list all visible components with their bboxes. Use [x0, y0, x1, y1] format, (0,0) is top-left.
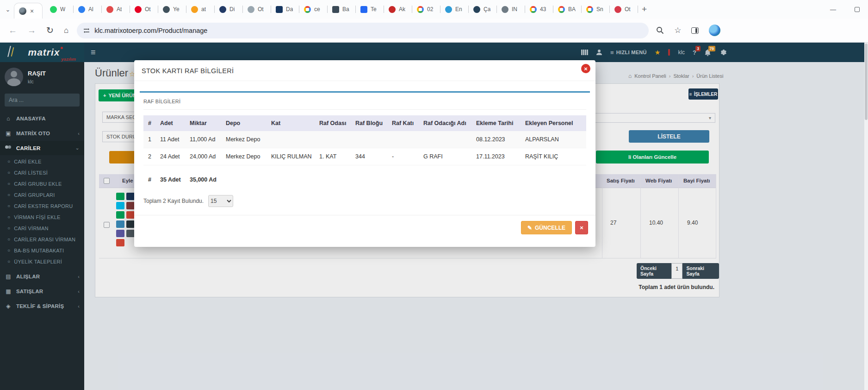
tab-label: Ye — [173, 6, 180, 13]
guncelle-button[interactable]: ✎ GÜNCELLE — [521, 221, 572, 234]
tab-favicon — [502, 6, 508, 13]
table-cell: 24,000 Ad — [187, 148, 223, 165]
browser-tab[interactable]: ce — [299, 0, 328, 19]
column-header-kat: Kat — [268, 115, 316, 131]
refresh-icon[interactable]: ↻ — [46, 25, 54, 36]
tab-close-icon[interactable]: × — [30, 8, 34, 14]
table-cell: G RAFI — [421, 148, 473, 165]
profile-avatar[interactable] — [709, 25, 720, 36]
browser-tab[interactable]: Ye — [158, 0, 186, 19]
browser-tab[interactable]: Ot — [610, 0, 638, 19]
table-cell: Merkez Depo — [223, 131, 268, 148]
tab-favicon — [360, 6, 367, 13]
site-info-icon[interactable] — [83, 27, 90, 34]
records-count-text: Toplam 2 Kayıt Bulundu. — [143, 198, 204, 204]
table-row[interactable]: 111 Adet11,000 AdMerkez Depo08.12.2023AL… — [143, 131, 586, 148]
records-summary: Toplam 2 Kayıt Bulundu. 15 — [143, 195, 586, 207]
toolbar-actions: ☆ — [656, 25, 720, 36]
table-cell — [421, 131, 473, 148]
table-cell: RAŞİT KILIÇ — [522, 148, 586, 165]
tab-strip: ⌄ × WAlAtOtYeatDiOtDaceBaTeAk02EnÇaIN43B… — [0, 0, 868, 19]
totals-cell: 35,000 Ad — [187, 165, 223, 189]
tab-favicon — [558, 6, 565, 13]
per-page-select[interactable]: 15 — [208, 195, 233, 207]
home-icon[interactable]: ⌂ — [64, 26, 68, 35]
tab-favicon — [163, 6, 170, 13]
totals-cell — [522, 165, 586, 189]
table-cell: Merkez Depo — [223, 148, 268, 165]
tab-favicon — [304, 6, 311, 13]
totals-cell: 35 Adet — [157, 165, 187, 189]
browser-tab[interactable]: Ak — [384, 0, 412, 19]
column-header-raf-odas: Raf Odası — [316, 115, 353, 131]
browser-tab[interactable]: Ot — [130, 0, 158, 19]
table-cell: - — [389, 148, 421, 165]
browser-tab[interactable]: at — [186, 0, 215, 19]
column-header-item: # — [143, 115, 157, 131]
url-text[interactable]: klc.matrixotoerp.com/Product/manage — [94, 27, 207, 34]
browser-tab[interactable]: BA — [553, 0, 582, 19]
tab-favicon — [332, 6, 339, 13]
browser-tab[interactable]: W — [45, 0, 74, 19]
tab-label: En — [455, 6, 462, 13]
totals-cell — [353, 165, 389, 189]
browser-tab[interactable]: Di — [215, 0, 243, 19]
forward-icon[interactable]: → — [27, 25, 36, 36]
browser-tab[interactable]: 02 — [412, 0, 440, 19]
modal-cancel-button[interactable]: × — [575, 221, 588, 234]
browser-tab[interactable]: At — [102, 0, 130, 19]
tab-favicon — [586, 6, 593, 13]
browser-tab[interactable]: 43 — [525, 0, 553, 19]
page-scrollbar[interactable] — [864, 43, 868, 390]
tab-label: BA — [568, 6, 576, 13]
side-panel-icon[interactable] — [691, 27, 699, 34]
totals-row: #35 Adet35,000 Ad — [143, 165, 586, 189]
table-cell: 1. KAT — [316, 148, 353, 165]
modal-close-icon[interactable]: × — [581, 64, 590, 73]
browser-tab[interactable]: Al — [74, 0, 102, 19]
active-tab[interactable]: × — [14, 3, 43, 19]
shelf-table: #AdetMiktarDepoKatRaf OdasıRaf BloğuRaf … — [143, 115, 586, 188]
browser-tab[interactable]: Ba — [328, 0, 356, 19]
browser-tab[interactable]: En — [440, 0, 469, 19]
guncelle-label: GÜNCELLE — [535, 225, 565, 231]
browser-tab[interactable]: Te — [356, 0, 384, 19]
table-cell: 08.12.2023 — [473, 131, 522, 148]
column-header-ekleme-tarihi: Ekleme Tarihi — [473, 115, 522, 131]
tab-label: Ba — [342, 6, 349, 13]
tab-label: Sn — [596, 6, 603, 13]
zoom-icon[interactable] — [656, 26, 664, 34]
tab-label: Ot — [625, 6, 631, 13]
modal-body: RAF BİLGİLERİ #AdetMiktarDepoKatRaf Odas… — [134, 91, 595, 207]
tab-label: W — [60, 6, 65, 13]
table-cell: 11,000 Ad — [187, 131, 223, 148]
new-tab-button[interactable]: + — [642, 4, 647, 14]
tab-strip-items: WAlAtOtYeatDiOtDaceBaTeAk02EnÇaIN43BASnO… — [45, 0, 638, 19]
browser-tab[interactable]: Sn — [582, 0, 610, 19]
tab-search-icon[interactable]: ⌄ — [2, 6, 14, 13]
tab-label: At — [117, 6, 122, 13]
browser-window: ⌄ × WAlAtOtYeatDiOtDaceBaTeAk02EnÇaIN43B… — [0, 0, 868, 390]
minimize-button[interactable]: — — [830, 6, 836, 13]
totals-cell: # — [143, 165, 157, 189]
scrollbar-thumb[interactable] — [865, 44, 868, 120]
bookmark-icon[interactable]: ☆ — [674, 25, 681, 35]
table-cell — [268, 131, 316, 148]
browser-tab[interactable]: Da — [271, 0, 299, 19]
maximize-button[interactable] — [855, 7, 860, 12]
table-row[interactable]: 224 Adet24,000 AdMerkez DepoKILIÇ RULMAN… — [143, 148, 586, 165]
column-header-miktar: Miktar — [187, 115, 223, 131]
browser-tab[interactable]: Ot — [243, 0, 271, 19]
table-cell: ALPARSLAN — [522, 131, 586, 148]
browser-tab[interactable]: Ça — [469, 0, 497, 19]
browser-tab[interactable]: IN — [497, 0, 525, 19]
tab-label: Al — [88, 6, 93, 13]
tab-label: ce — [314, 6, 320, 13]
tab-label: 43 — [540, 6, 546, 13]
address-bar[interactable]: klc.matrixotoerp.com/Product/manage — [77, 23, 649, 38]
table-cell: 2 — [143, 148, 157, 165]
modal-divider — [134, 81, 595, 81]
pencil-icon: ✎ — [527, 225, 532, 231]
tab-favicon — [473, 6, 480, 13]
back-icon[interactable]: ← — [8, 25, 17, 36]
